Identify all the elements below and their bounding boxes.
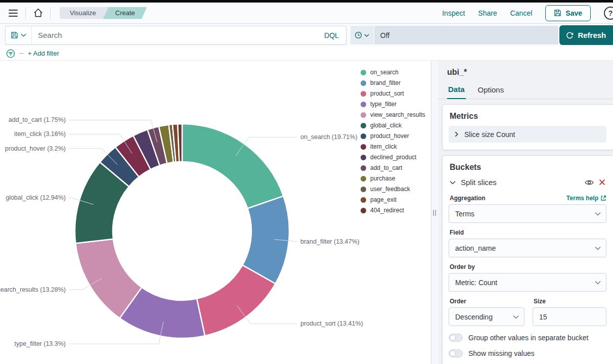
cancel-button[interactable]: Cancel xyxy=(510,9,533,17)
panel-resizer-handle[interactable]: || xyxy=(431,61,438,364)
split-slices-title[interactable]: Split slices xyxy=(461,178,580,187)
buckets-heading: Buckets xyxy=(450,163,606,172)
help-button[interactable]: ? xyxy=(604,7,613,20)
legend-item-label: on_search xyxy=(370,69,399,76)
metric-row-label: Slice size Count xyxy=(464,130,515,139)
legend-item-label: item_click xyxy=(370,143,397,150)
legend-item-page_exit[interactable]: page_exit xyxy=(361,196,425,203)
chevron-down-icon xyxy=(595,246,601,250)
legend-item-404_redirect[interactable]: 404_redirect xyxy=(361,207,425,214)
slice-callout-label: product_hover (3.2%) xyxy=(5,145,66,152)
external-link-icon xyxy=(600,195,606,201)
show-missing-values-toggle[interactable] xyxy=(449,349,463,357)
query-language-button[interactable]: DQL xyxy=(317,31,346,39)
filter-separator xyxy=(19,53,24,54)
add-filter-button[interactable]: + Add filter xyxy=(28,50,59,57)
legend-item-add_to_cart[interactable]: add_to_cart xyxy=(361,164,425,171)
field-select[interactable]: action_name xyxy=(449,239,606,257)
legend-item-product_hover[interactable]: product_hover xyxy=(361,132,425,140)
main-content: on_search (19.71%)brand_filter (13.47%)p… xyxy=(0,61,613,364)
clock-icon xyxy=(355,31,362,39)
refresh-button[interactable]: Refresh xyxy=(559,25,613,45)
tab-options[interactable]: Options xyxy=(477,82,505,99)
chevron-down-icon xyxy=(364,34,369,37)
legend-swatch-icon xyxy=(361,187,366,192)
legend-item-label: product_hover xyxy=(370,132,409,140)
time-quick-select-button[interactable] xyxy=(351,26,374,44)
group-other-values-toggle[interactable] xyxy=(449,334,463,342)
filter-icon[interactable] xyxy=(6,49,15,58)
legend-item-brand_filter[interactable]: brand_filter xyxy=(361,79,425,86)
metrics-heading: Metrics xyxy=(450,112,606,121)
visualization-editor-panel: ubi_* Data Options Metrics Slice size Co… xyxy=(438,61,613,364)
legend-item-declined_product[interactable]: declined_product xyxy=(361,154,425,161)
legend-item-type_filter[interactable]: type_filter xyxy=(361,101,425,108)
breadcrumb-visualize[interactable]: Visualize xyxy=(60,7,109,19)
metrics-card: Metrics Slice size Count xyxy=(442,104,613,150)
inspect-button[interactable]: Inspect xyxy=(442,9,465,17)
tab-data[interactable]: Data xyxy=(447,82,466,99)
pie-slice-on_search[interactable] xyxy=(182,124,283,208)
chevron-down-icon xyxy=(21,33,26,37)
pie-chart-area: on_search (19.71%)brand_filter (13.47%)p… xyxy=(0,61,431,364)
toggle-visibility-button[interactable] xyxy=(585,179,594,186)
group-other-values-row: Group other values in separate bucket xyxy=(449,334,606,342)
legend-item-item_click[interactable]: item_click xyxy=(361,143,425,150)
aggregation-select[interactable]: Terms xyxy=(449,204,606,223)
chart-legend: on_searchbrand_filterproduct_sorttype_fi… xyxy=(361,69,425,214)
divider xyxy=(25,7,26,19)
legend-swatch-icon xyxy=(361,155,366,160)
remove-bucket-button[interactable] xyxy=(599,179,605,186)
legend-item-product_sort[interactable]: product_sort xyxy=(361,90,425,97)
saved-query-menu-button[interactable] xyxy=(6,26,32,44)
save-button[interactable]: Save xyxy=(545,5,591,21)
share-button[interactable]: Share xyxy=(478,9,497,17)
order-by-label: Order by xyxy=(450,263,606,270)
app-header: Visualize Create Inspect Share Cancel Sa… xyxy=(0,3,613,24)
legend-swatch-icon xyxy=(361,133,366,139)
legend-item-label: page_exit xyxy=(370,196,397,203)
slice-callout-label: add_to_cart (1.75%) xyxy=(9,116,66,123)
breadcrumb: Visualize Create xyxy=(60,7,147,19)
search-input[interactable] xyxy=(32,31,317,39)
legend-swatch-icon xyxy=(361,176,366,181)
field-label: Field xyxy=(450,229,606,236)
legend-swatch-icon xyxy=(361,70,366,75)
nav-menu-button[interactable] xyxy=(5,5,21,21)
home-button[interactable] xyxy=(30,5,46,21)
slice-callout-label: type_filter (13.3%) xyxy=(15,340,66,347)
legend-item-label: user_feedback xyxy=(370,186,410,193)
divider xyxy=(50,7,51,19)
save-icon xyxy=(554,9,561,17)
size-input[interactable] xyxy=(533,307,606,326)
legend-swatch-icon xyxy=(361,197,366,203)
resizer-grip-icon: || xyxy=(432,209,436,216)
legend-swatch-icon xyxy=(361,165,366,171)
legend-item-user_feedback[interactable]: user_feedback xyxy=(361,186,425,193)
metric-slice-size-row[interactable]: Slice size Count xyxy=(449,126,606,143)
slice-callout-label: product_sort (13.41%) xyxy=(300,320,363,327)
header-actions: Inspect Share Cancel Save ? xyxy=(442,5,608,21)
legend-item-on_search[interactable]: on_search xyxy=(361,69,425,76)
order-select[interactable]: Descending xyxy=(449,307,524,326)
legend-item-global_click[interactable]: global_click xyxy=(361,122,425,129)
chevron-down-icon xyxy=(595,212,601,216)
time-picker-value[interactable]: Off xyxy=(374,26,558,44)
split-slices-header: Split slices xyxy=(449,177,606,189)
legend-item-label: brand_filter xyxy=(370,79,401,86)
index-pattern-title: ubi_* xyxy=(438,61,613,82)
saved-query-icon xyxy=(11,31,18,39)
eye-icon xyxy=(585,179,594,186)
search-bar-group: DQL xyxy=(5,26,346,44)
chevron-down-icon[interactable] xyxy=(450,180,456,185)
slice-callout-label: on_search (19.71%) xyxy=(300,133,358,141)
legend-item-view_search_results[interactable]: view_search_results xyxy=(361,111,425,118)
order-by-value: Metric: Count xyxy=(455,279,497,287)
order-by-select[interactable]: Metric: Count xyxy=(449,273,606,292)
terms-help-link[interactable]: Terms help xyxy=(566,195,606,202)
legend-item-label: purchase xyxy=(370,175,395,182)
time-picker: Off xyxy=(351,26,558,44)
buckets-card: Buckets Split slices xyxy=(442,155,613,364)
legend-item-purchase[interactable]: purchase xyxy=(361,175,425,182)
refresh-icon xyxy=(566,31,574,39)
